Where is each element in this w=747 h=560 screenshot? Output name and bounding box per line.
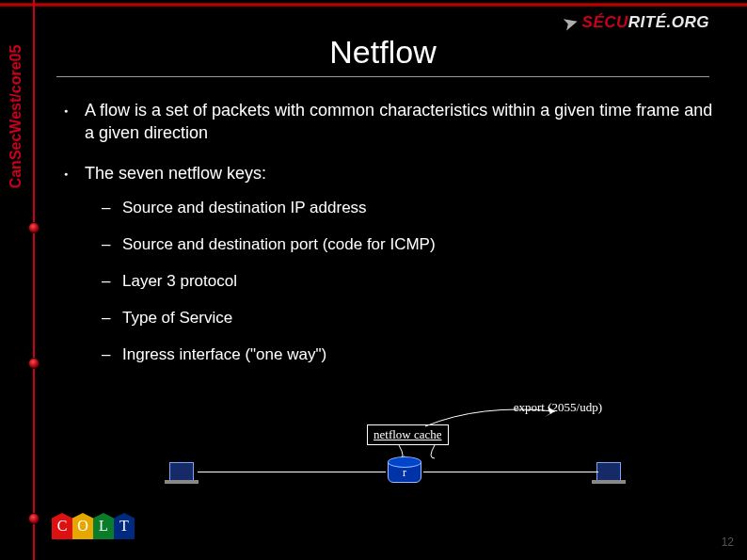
sponsor-letter: O — [72, 513, 93, 539]
sponsor-letter: L — [93, 513, 114, 539]
netflow-diagram: export (2055/udp) netflow cache r — [151, 400, 640, 504]
subbullet-item: Source and destination port (code for IC… — [85, 234, 719, 256]
sponsor-letter: T — [114, 513, 135, 539]
sponsor-logo: C O L T — [52, 513, 135, 539]
arrow-icon — [423, 406, 574, 430]
link-line — [423, 472, 598, 472]
subbullet-item: Source and destination IP address — [85, 198, 719, 219]
subbullet-item: Layer 3 protocol — [85, 271, 719, 293]
slide-content: A flow is a set of packets with common c… — [56, 99, 719, 383]
page-number: 12 — [722, 536, 734, 549]
router-icon: r — [388, 456, 421, 483]
subbullet-item: Ingress interface ("one way") — [85, 344, 719, 366]
bullet-item: A flow is a set of packets with common c… — [56, 99, 719, 145]
top-decor-stripe — [0, 2, 747, 8]
decor-bead-icon — [28, 513, 40, 524]
brand-arrow-icon: ➤ — [560, 9, 581, 36]
slide-title: Netflow — [56, 34, 709, 77]
decor-bead-icon — [28, 358, 40, 369]
decor-bead-icon — [28, 222, 40, 233]
sponsor-letter: C — [52, 513, 72, 539]
subbullet-item: Type of Service — [85, 308, 719, 329]
brand-logo: ➤ SÉCURITÉ.ORG — [563, 11, 709, 34]
link-line — [198, 472, 386, 472]
host-icon — [596, 462, 621, 481]
bullet-item: The seven netflow keys: Source and desti… — [56, 162, 719, 366]
conference-tag: CanSecWest/core05 — [6, 23, 26, 211]
vertical-divider — [33, 0, 35, 560]
brand-text: SÉCURITÉ.ORG — [582, 13, 709, 32]
host-icon — [169, 462, 194, 481]
